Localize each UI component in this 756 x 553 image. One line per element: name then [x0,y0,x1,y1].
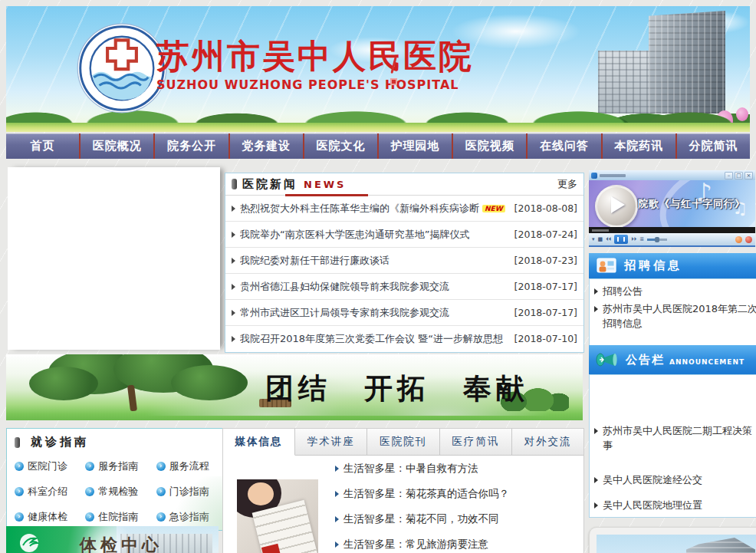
media-article-link[interactable]: 生活智多星：常见旅游病要注意 [335,537,576,552]
player-logo-icon [591,173,597,179]
next-button[interactable]: ⏵⏵ [631,237,636,242]
play-button[interactable] [595,185,638,227]
player-status-strip [589,227,755,233]
nav-item-online-qa[interactable]: 在线问答 [526,133,600,159]
hospital-slogan: 团结 开拓 奉献 [265,370,529,408]
guide-link-departments[interactable]: ›科室介绍 [15,485,85,499]
nav-item-hospital-video[interactable]: 医院视频 [452,133,526,159]
news-section-title: 医院新闻 [242,177,297,192]
guide-link-routine-tests[interactable]: ›常规检验 [85,485,156,499]
hospital-homepage: 苏州市吴中人民医院 SUZHOU WUZHONG PEOPLE'S HOSPIT… [0,0,756,553]
guide-link-outpatient-guide[interactable]: ›门诊指南 [156,485,227,499]
news-item-date: [2018-08-08] [514,202,577,214]
arrow-bullet-icon [335,541,339,548]
tab-medical-briefs[interactable]: 医疗简讯 [440,429,512,456]
previous-button[interactable]: ⏴⏴ [606,237,611,242]
nav-item-party-building[interactable]: 党务建设 [228,133,303,159]
news-item: 常州市武进区卫计局领导专家前来我院参观交流 [2018-07-17] [225,300,583,326]
player-menu-button[interactable]: ▾ [592,237,595,242]
recruitment-list: 招聘公告 苏州市吴中人民医院2018年第二次招聘信息 [589,278,756,351]
exam-center-banner[interactable]: 体检中心 [6,526,219,553]
main-navigation: 首页 医院概况 院务公开 党务建设 医院文化 护理园地 医院视频 在线问答 本院… [6,133,750,159]
new-badge: NEW [482,205,505,212]
news-more-link[interactable]: 更多 [557,177,577,191]
circle-arrow-icon: › [156,462,166,471]
media-article-link[interactable]: 生活智多星：中暑自救有方法 [335,461,576,476]
bird-logo-icon [18,532,40,553]
nav-item-home[interactable]: 首页 [6,133,79,159]
player-title-text [600,174,626,177]
arrow-bullet-icon [232,206,235,212]
news-item: 热烈祝贺大外科主任陈革华主编的《新编外科疾病诊断与治 NEW [2018-08-… [225,196,583,222]
nav-item-pharmacy-news[interactable]: 本院药讯 [601,133,675,159]
circle-arrow-icon: › [15,512,24,522]
player-record-button[interactable] [735,236,742,243]
arrow-bullet-icon [232,310,235,316]
volume-slider[interactable] [647,239,667,241]
recruitment-header: 招聘信息 [589,253,756,278]
news-item-title[interactable]: 我院召开2018年度第三次党委工作会议 暨“进一步解放思想 [240,332,508,346]
news-item: 贵州省德江县妇幼保健院领导前来我院参观交流 [2018-07-17] [225,274,583,300]
guide-link-inpatient-guide[interactable]: ›住院指南 [85,510,156,524]
announcement-item[interactable]: 吴中人民医院途经公交 [594,473,756,488]
hospital-intro-card[interactable]: 医院简介 [589,527,756,553]
stop-button[interactable]: ■ [598,237,603,242]
nav-item-branch-news[interactable]: 分院简讯 [675,133,750,159]
recruitment-item[interactable]: 招聘公告 [594,285,756,299]
announcement-title-en: ANNOUNCEMENT [669,358,744,366]
nav-item-affairs-disclosure[interactable]: 院务公开 [153,133,228,159]
tab-external-exchange[interactable]: 对外交流 [512,429,583,456]
announcement-item[interactable]: 吴中人民医院地理位置 [594,499,756,513]
recruitment-item[interactable]: 苏州市吴中人民医院2018年第二次招聘信息 [594,302,756,331]
circle-arrow-icon: › [85,462,94,471]
guide-link-service-process[interactable]: ›服务流程 [156,459,227,473]
news-item-title[interactable]: 热烈祝贺大外科主任陈革华主编的《新编外科疾病诊断与治 [240,202,479,216]
announcement-item[interactable]: 苏州市吴中人民医院二期工程决策事 [594,424,756,453]
tab-media-info[interactable]: 媒体信息 [223,429,295,456]
nav-item-hospital-culture[interactable]: 医院文化 [303,133,377,159]
nav-item-nursing-corner[interactable]: 护理园地 [377,133,452,159]
guide-link-outpatient[interactable]: ›医院门诊 [15,459,85,473]
guide-link-service-guide[interactable]: ›服务指南 [85,459,156,473]
media-article-link[interactable]: 生活智多星：菊花不同，功效不同 [335,512,576,527]
tab-strip: 媒体信息 学术讲座 医院院刊 医疗简讯 对外交流 [223,429,583,456]
slogan-banner: 团结 开拓 奉献 [6,354,583,420]
player-minimize-button[interactable]: – [725,172,733,179]
section-bullet-icon [232,179,237,189]
announcement-item-label: 苏州市吴中人民医院二期工程决策事 [603,424,756,453]
exam-center-label: 体检中心 [80,534,163,553]
media-article-link[interactable]: 生活智多星：菊花茶真的适合你吗？ [335,486,576,502]
player-close-button[interactable]: × [744,172,753,179]
news-item-date: [2018-07-17] [514,307,577,318]
playlist-button[interactable]: ≣ [639,237,644,242]
circle-arrow-icon: › [85,512,94,522]
player-controls: ▾ ■ ⏴⏴ ⏵⏵ ≣ [589,233,755,245]
guide-link-emergency-guide[interactable]: ›急诊指南 [156,510,227,524]
player-titlebar: – □ × [589,170,755,180]
guide-link-health-checkup[interactable]: ›健康体检 [15,510,85,524]
media-article-list: 生活智多星：中暑自救有方法 生活智多星：菊花茶真的适合你吗？ 生活智多星：菊花不… [335,461,576,553]
tab-academic-lectures[interactable]: 学术讲座 [295,429,367,456]
player-maximize-button[interactable]: □ [735,172,743,179]
recruitment-title: 招聘信息 [624,258,682,273]
nav-item-hospital-overview[interactable]: 医院概况 [79,133,153,159]
grass-strip [6,123,750,132]
player-fullscreen-button[interactable] [745,236,752,243]
news-item-title[interactable]: 常州市武进区卫计局领导专家前来我院参观交流 [240,306,508,320]
tab-hospital-journal[interactable]: 医院院刊 [367,429,439,456]
recruitment-item-label: 招聘公告 [603,285,643,299]
news-item-title[interactable]: 我院纪委对新任干部进行廉政谈话 [240,254,508,268]
arrow-bullet-icon [232,258,235,264]
news-item-title[interactable]: 贵州省德江县妇幼保健院领导前来我院参观交流 [240,280,508,294]
announcement-header: 公告栏 ANNOUNCEMENT [589,345,756,374]
news-item: 我院举办“南京医科大学医患沟通研究基地”揭牌仪式 [2018-07-24] [225,222,583,248]
media-tabs-panel: 媒体信息 学术讲座 医院院刊 医疗简讯 对外交流 生活智多星：中暑自救有方法 生… [222,428,584,553]
site-title: 苏州市吴中人民医院 SUZHOU WUZHONG PEOPLE'S HOSPIT… [156,40,474,92]
announcement-list: 苏州市吴中人民医院二期工程决策事 吴中人民医院途经公交 吴中人民医院地理位置 [589,374,756,518]
visit-guide-panel: 就诊指南 ›医院门诊 ›服务指南 ›服务流程 ›科室介绍 ›常规检验 ›门诊指南… [6,428,235,531]
hospital-name-english: SUZHOU WUZHONG PEOPLE'S HOSPITAL [156,77,474,92]
news-item-title[interactable]: 我院举办“南京医科大学医患沟通研究基地”揭牌仪式 [240,228,508,242]
photo-slideshow-area[interactable] [8,167,220,350]
pause-button[interactable] [614,235,628,244]
volume-knob[interactable] [655,237,659,242]
